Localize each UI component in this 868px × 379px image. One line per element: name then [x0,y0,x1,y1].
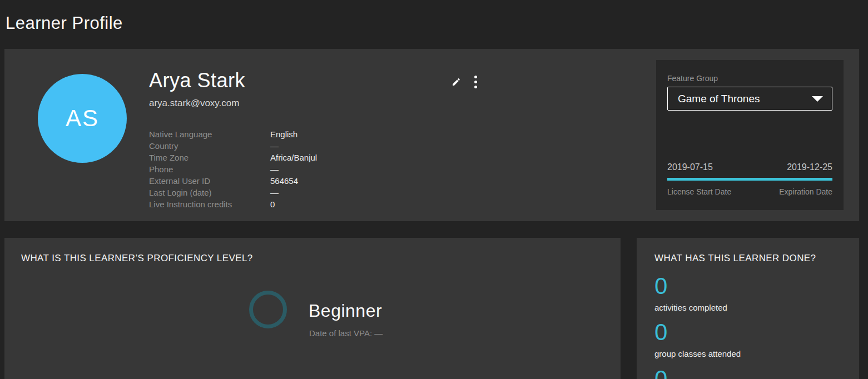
stat-value: 0 [654,321,667,344]
license-panel: Feature Group Game of Thrones 2019-07-15… [656,60,844,210]
detail-row: Time Zone Africa/Banjul [149,152,317,163]
proficiency-ring-icon [249,291,287,328]
detail-row: Live Instruction credits 0 [149,198,317,210]
learner-details: Native Language English Country — Time Z… [149,128,317,210]
detail-row: External User ID 564654 [149,175,317,187]
license-end-date: 2019-12-25 [787,162,832,172]
detail-label: Native Language [149,129,270,139]
kebab-menu-icon [474,76,477,78]
detail-label: Live Instruction credits [149,200,270,209]
more-options-button[interactable] [468,74,483,89]
detail-label: Time Zone [149,153,270,162]
stat-value: 0 [654,275,667,298]
detail-label: Country [149,141,270,151]
kebab-menu-icon [474,81,477,83]
learner-email: arya.stark@voxy.com [149,98,239,109]
detail-label: External User ID [149,176,270,186]
activity-card: WHAT HAS THIS LEARNER DONE? 0 activities… [637,238,859,379]
detail-row: Last Login (date) — [149,187,317,198]
proficiency-card: WHAT IS THIS LEARNER’S PROFICIENCY LEVEL… [4,238,621,379]
caret-down-icon [812,96,823,102]
proficiency-level: Beginner [309,301,382,321]
detail-value: — [270,141,279,151]
proficiency-heading: WHAT IS THIS LEARNER’S PROFICIENCY LEVEL… [21,253,253,264]
detail-value: — [270,188,279,197]
stat-value: 0 [654,367,667,379]
license-date-labels: License Start Date Expiration Date [667,187,832,196]
activity-heading: WHAT HAS THIS LEARNER DONE? [654,253,816,264]
detail-value: 0 [270,200,275,209]
page-title: Learner Profile [6,13,123,33]
license-end-label: Expiration Date [779,187,832,196]
detail-label: Last Login (date) [149,188,270,197]
feature-group-value: Game of Thrones [678,93,760,105]
license-progress-bar [667,178,832,181]
avatar: AS [38,74,127,163]
license-dates: 2019-07-15 2019-12-25 [667,162,832,172]
feature-group-label: Feature Group [667,74,718,83]
vpa-date-note: Date of last VPA: — [309,328,383,338]
license-start-date: 2019-07-15 [667,162,713,172]
pencil-icon [452,77,461,87]
edit-profile-button[interactable] [449,74,463,89]
detail-value: English [270,129,297,139]
license-start-label: License Start Date [667,187,731,196]
profile-card: AS Arya Stark arya.stark@voxy.com Native… [4,49,859,221]
detail-row: Native Language English [149,128,317,140]
learner-name: Arya Stark [149,69,245,92]
avatar-initials: AS [66,105,99,132]
detail-row: Country — [149,140,317,152]
detail-value: Africa/Banjul [270,153,317,162]
detail-row: Phone — [149,163,317,175]
stat-label: group classes attended [654,349,741,358]
kebab-menu-icon [474,86,477,88]
detail-label: Phone [149,164,270,174]
stat-label: activities completed [654,303,727,312]
detail-value: — [270,164,279,174]
feature-group-dropdown[interactable]: Game of Thrones [667,87,832,111]
detail-value: 564654 [270,176,298,186]
